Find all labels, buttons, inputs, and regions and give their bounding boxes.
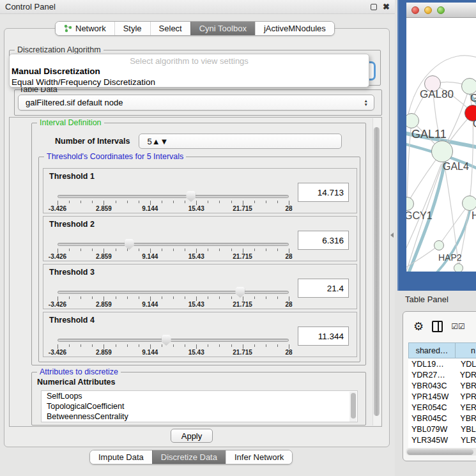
table-row[interactable]: YER054C YER0 — [408, 402, 476, 413]
cell[interactable]: YDL19… — [408, 360, 456, 369]
table-data-combobox[interactable]: galFiltered.sif default node ▲▼ — [18, 95, 374, 111]
tab-select-label: Select — [159, 24, 182, 33]
control-panel-tabs: Network Style Select Cyni Toolbox jActiv… — [55, 21, 335, 36]
table-row[interactable]: YPR145W YPR1 — [408, 391, 476, 402]
tab-select[interactable]: Select — [150, 22, 190, 35]
node-h[interactable] — [462, 196, 476, 211]
application-root: Control Panel ✖ Network — [0, 0, 476, 476]
close-traffic-light-icon[interactable] — [411, 6, 419, 14]
number-of-intervals-row: Number of Intervals 5 ▲▼ — [55, 134, 342, 149]
number-of-intervals-combobox[interactable]: 5 ▲▼ — [139, 134, 342, 149]
combo-spinner-icon: ▲▼ — [364, 99, 368, 107]
close-icon[interactable]: ✖ — [383, 2, 390, 12]
zoom-traffic-light-icon[interactable] — [437, 6, 445, 14]
threshold-2-slider[interactable]: -3.4262.8599.14415.4321.71528 — [58, 240, 289, 260]
tab-infer-network[interactable]: Infer Network — [226, 450, 292, 464]
tab-network[interactable]: Network — [56, 22, 114, 35]
list-item[interactable]: SelfLoops — [42, 391, 357, 401]
tab-discretize-data[interactable]: Discretize Data — [152, 450, 226, 464]
algorithm-option-manual[interactable]: Manual Discretization — [10, 66, 369, 77]
list-item[interactable]: BetweennessCentrality — [42, 411, 357, 422]
table-row[interactable]: YBR043C YBR0 — [408, 380, 476, 391]
slider-tick-labels: -3.4262.8599.14415.4321.71528 — [58, 253, 289, 261]
panel-title: Control Panel — [5, 2, 365, 12]
column-header-shared-name[interactable]: shared… — [408, 342, 456, 358]
attributes-to-discretize-group: Attributes to discretize Numerical Attri… — [31, 372, 366, 426]
threshold-3-slider[interactable]: -3.4262.8599.14415.4321.71528 — [58, 288, 289, 308]
cell[interactable]: YLR345W — [408, 436, 456, 445]
cell[interactable]: YBR045C — [408, 414, 455, 423]
list-item[interactable]: TopologicalCoefficient — [42, 401, 357, 411]
network-canvas[interactable]: GAL80 GA C GAL11 GAL4 GCY1 H HAP2 — [406, 18, 476, 272]
threshold-4-value-field[interactable]: 11.344 — [298, 326, 349, 346]
node-label-partial-h: H — [472, 210, 476, 222]
node-bottom-partial[interactable] — [454, 263, 463, 272]
list-scrollbar-thumb[interactable] — [351, 393, 356, 418]
node-label-gcy1: GCY1 — [406, 210, 433, 222]
tab-impute-data[interactable]: Impute Data — [90, 450, 152, 464]
table-horizontal-scrollbar[interactable] — [406, 448, 476, 456]
node-label-gal11: GAL11 — [411, 128, 447, 141]
cell[interactable]: YLR3 — [456, 436, 476, 445]
cell[interactable]: YBR0 — [455, 381, 476, 390]
table-row[interactable]: YDL19… YDL1 — [408, 358, 476, 369]
select-columns-checkboxes-icon[interactable]: ☑☑ — [451, 322, 465, 331]
algorithm-option-equal-width[interactable]: Equal Width/Frequency Discretization — [10, 77, 369, 88]
cell[interactable]: YDR2 — [455, 371, 476, 380]
apply-button[interactable]: Apply — [171, 429, 213, 443]
columns-icon[interactable] — [432, 321, 443, 332]
threshold-coordinates-title: Threshold's Coordinates for 5 Intervals — [44, 152, 186, 161]
table-row[interactable]: YLR345W YLR3 — [408, 434, 476, 445]
settings-scrollbar-thumb[interactable] — [374, 127, 380, 416]
table-body[interactable]: YDL19… YDL1 YDR27… YDR2 YBR043C YBR0 YPR… — [408, 358, 476, 448]
settings-scrollbar[interactable] — [372, 118, 381, 426]
numerical-attributes-list[interactable]: SelfLoops TopologicalCoefficient Between… — [41, 390, 358, 422]
threshold-3-label: Threshold 3 — [49, 268, 95, 277]
slider-track — [58, 339, 289, 342]
float-window-icon[interactable] — [371, 4, 377, 10]
table-header-row: shared… n — [408, 342, 476, 358]
attributes-group-title: Attributes to discretize — [37, 367, 121, 376]
threshold-1-slider[interactable]: -3.4262.8599.14415.4321.71528 — [58, 192, 289, 212]
tab-jactivemnodules[interactable]: jActiveMNodules — [255, 22, 334, 35]
table-row[interactable]: YDR27… YDR2 — [408, 369, 476, 380]
splitter-handle-icon[interactable] — [390, 233, 394, 238]
threshold-4-slider[interactable]: -3.4262.8599.14415.4321.71528 — [58, 335, 289, 356]
cell[interactable]: YPR145W — [408, 392, 455, 401]
column-header-name[interactable]: n — [456, 342, 476, 358]
slider-track — [58, 291, 289, 294]
minimize-traffic-light-icon[interactable] — [424, 6, 432, 14]
threshold-4-label: Threshold 4 — [49, 316, 95, 325]
table-row[interactable]: YBR045C YBR0 — [408, 413, 476, 424]
table-horizontal-scrollbar-thumb[interactable] — [407, 449, 473, 455]
cell[interactable]: YBL0 — [456, 425, 476, 434]
threshold-1-value-field[interactable]: 14.713 — [298, 183, 349, 202]
table-panel-title: Table Panel — [405, 295, 449, 304]
threshold-1-box: Threshold 1 -3.4262.8599.14415.4321.7152… — [43, 168, 357, 213]
tab-cyni-toolbox[interactable]: Cyni Toolbox — [190, 22, 255, 35]
cell[interactable]: YPR1 — [455, 392, 476, 401]
table-row[interactable]: YBL079W YBL0 — [408, 424, 476, 434]
list-scrollbar[interactable] — [349, 392, 357, 422]
cell[interactable]: YBR043C — [408, 381, 455, 390]
node-hap2[interactable] — [434, 240, 444, 250]
threshold-4-box: Threshold 4 -3.4262.8599.14415.4321.7152… — [43, 312, 357, 357]
node-label-partial-ga: GA — [470, 93, 476, 104]
cell[interactable]: YDL1 — [456, 360, 476, 369]
tab-style[interactable]: Style — [114, 22, 150, 35]
node-gal4[interactable] — [431, 141, 453, 162]
cell[interactable]: YBR0 — [455, 414, 476, 423]
tab-infer-network-label: Infer Network — [234, 452, 284, 462]
cell[interactable]: YER0 — [455, 403, 476, 412]
threshold-2-value-field[interactable]: 6.316 — [298, 231, 349, 250]
threshold-2-label: Threshold 2 — [49, 220, 95, 229]
gear-icon[interactable]: ⚙ — [413, 319, 424, 334]
slider-tick-labels: -3.4262.8599.14415.4321.71528 — [58, 349, 289, 357]
cell[interactable]: YER054C — [408, 403, 455, 412]
threshold-3-value-field[interactable]: 21.4 — [298, 279, 349, 298]
combo-spinner-icon: ▲▼ — [152, 137, 169, 146]
algorithm-hint-item: Select algorithm to view settings — [10, 54, 369, 66]
numerical-attributes-label: Numerical Attributes — [37, 378, 115, 387]
cell[interactable]: YDR27… — [408, 371, 455, 380]
cell[interactable]: YBL079W — [408, 425, 456, 434]
